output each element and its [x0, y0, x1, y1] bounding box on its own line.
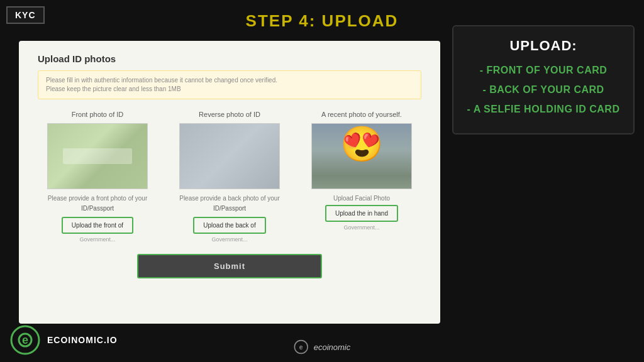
selfie-preview: 😍	[312, 124, 411, 189]
back-photo-desc: Please provide a back photo of your	[179, 194, 280, 202]
upload-front-button[interactable]: Upload the front of	[62, 217, 133, 234]
back-photo-label: Reverse photo of ID	[199, 111, 260, 118]
center-brand-name: ecoinomic	[314, 343, 351, 352]
ecoinomic-logo-icon: e	[9, 324, 41, 356]
front-photo-col: Front photo of ID Please provide a front…	[38, 111, 157, 243]
bottom-center-brand: e ecoinomic	[294, 339, 351, 354]
back-photo-box	[179, 123, 280, 189]
brand-name: ECOINOMIC.IO	[47, 335, 118, 345]
front-photo-desc: Please provide a front photo of your	[48, 194, 147, 202]
warning-text-1: Please fill in with authentic informatio…	[46, 76, 413, 85]
upload-item-front: - FRONT OF YOUR CARD	[466, 64, 621, 77]
svg-text:e: e	[299, 344, 303, 351]
front-id-preview	[48, 124, 147, 189]
upload-back-button[interactable]: Upload the back of	[193, 217, 265, 234]
back-doc-label: Government...	[211, 236, 247, 243]
right-panel: UPLOAD: - FRONT OF YOUR CARD - BACK OF Y…	[452, 25, 635, 134]
kyc-badge: KYC	[6, 6, 45, 24]
selfie-photo-col: A recent photo of yourself. 😍 Upload Fac…	[302, 111, 421, 231]
upload-selfie-button[interactable]: Upload the in hand	[325, 205, 398, 222]
upload-item-back: - BACK OF YOUR CARD	[466, 84, 621, 97]
bottom-left-logos: e ECOINOMIC.IO	[9, 324, 118, 356]
back-photo-col: Reverse photo of ID Please provide a bac…	[170, 111, 289, 243]
front-photo-label: Front photo of ID	[72, 111, 124, 118]
front-photo-box	[47, 123, 148, 189]
back-id-preview	[180, 124, 279, 189]
submit-button[interactable]: Submit	[137, 254, 322, 278]
upload-item-selfie: - A SELFIE HOLDING ID CARD	[466, 103, 621, 116]
step-title: STEP 4: UPLOAD	[246, 11, 399, 31]
warning-text-2: Please keep the picture clear and less t…	[46, 85, 413, 94]
front-doc-label: Government...	[79, 236, 115, 243]
photos-row: Front photo of ID Please provide a front…	[38, 111, 421, 243]
main-content-area: Upload ID photos Please fill in with aut…	[19, 41, 440, 324]
svg-text:e: e	[22, 334, 28, 346]
back-doc-type: ID/Passport	[213, 205, 246, 212]
submit-row: Submit	[38, 254, 421, 278]
upload-heading: UPLOAD:	[466, 38, 621, 54]
selfie-photo-desc: Upload Facial Photo	[333, 194, 390, 202]
selfie-photo-label: A recent photo of yourself.	[321, 111, 402, 118]
selfie-doc-label: Government...	[343, 224, 379, 231]
front-doc-type: ID/Passport	[81, 205, 114, 212]
emoji-face-icon: 😍	[340, 127, 384, 162]
ecoinomic-center-icon: e	[294, 339, 309, 354]
selfie-photo-box: 😍	[311, 123, 412, 189]
upload-id-title: Upload ID photos	[38, 53, 421, 64]
warning-box: Please fill in with authentic informatio…	[38, 70, 421, 99]
